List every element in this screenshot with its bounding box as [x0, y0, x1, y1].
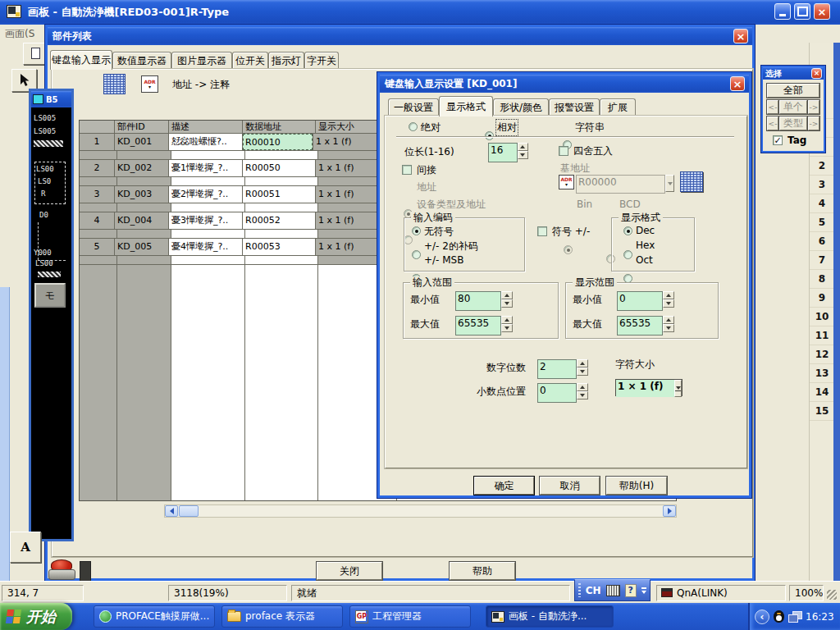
- screen-icon: [33, 94, 43, 104]
- key-cell[interactable]: 11: [810, 326, 834, 345]
- tab-word-switch[interactable]: 字开关: [304, 52, 339, 70]
- tab-picture-display[interactable]: 图片显示器: [171, 52, 232, 70]
- type-prev-button[interactable]: <-: [767, 116, 778, 130]
- language-bar: CH ?: [574, 579, 651, 601]
- tab-display-format[interactable]: 显示格式: [439, 96, 493, 116]
- tab-general-settings[interactable]: 一般设置: [388, 98, 439, 116]
- single-button[interactable]: 单个: [779, 100, 807, 114]
- key-cell[interactable]: 10: [810, 308, 834, 326]
- rounding-checkbox[interactable]: [559, 146, 568, 156]
- key-cell[interactable]: 4: [810, 194, 834, 213]
- key-cell[interactable]: 14: [810, 383, 834, 402]
- qq-messenger-icon[interactable]: [774, 610, 784, 623]
- tab-alarm-settings[interactable]: 报警设置: [549, 98, 600, 116]
- tag-checkbox[interactable]: ✓: [773, 135, 783, 145]
- select-palette-close-icon[interactable]: ×: [811, 68, 822, 79]
- taskbar-task-project-manager[interactable]: GP 工程管理器: [349, 605, 471, 628]
- base-address-combo[interactable]: R00000: [576, 175, 674, 190]
- input-min-spinner[interactable]: 80: [455, 291, 513, 308]
- canvas-text: LS0: [38, 177, 51, 186]
- display-max-spinner[interactable]: 65535: [617, 316, 674, 332]
- start-button[interactable]: 开始: [0, 603, 72, 630]
- indirect-checkbox[interactable]: [402, 165, 412, 175]
- key-cell[interactable]: 12: [810, 345, 834, 364]
- language-bar-options-icon[interactable]: [641, 587, 646, 594]
- tab-bit-switch[interactable]: 位开关: [232, 52, 268, 70]
- sign-checkbox[interactable]: [537, 226, 547, 236]
- language-indicator[interactable]: CH: [586, 585, 601, 596]
- tab-numeric-display[interactable]: 数值显示器: [112, 52, 171, 70]
- tray-chevron-icon[interactable]: ‹: [755, 609, 769, 624]
- scroll-right-icon[interactable]: [663, 505, 676, 517]
- unsigned-radio[interactable]: [412, 226, 421, 235]
- scroll-left-icon[interactable]: [165, 505, 178, 517]
- key-cell[interactable]: 7: [810, 251, 834, 270]
- twos-complement-radio[interactable]: [412, 250, 421, 259]
- language-bar-grip[interactable]: [578, 583, 581, 597]
- ok-button[interactable]: 确定: [474, 477, 534, 495]
- resize-grip[interactable]: [827, 590, 837, 600]
- col-header-description[interactable]: 描述: [169, 121, 243, 134]
- char-size-dropdown[interactable]: 1 × 1 (f): [615, 379, 682, 396]
- main-titlebar: 画板 - 自動洗浄機[RED03-001]R-Type ×: [0, 0, 840, 25]
- canvas-text: LS00: [36, 165, 54, 174]
- col-header-part-id[interactable]: 部件ID: [115, 121, 169, 134]
- taskbar-task-folder[interactable]: proface 表示器: [221, 605, 343, 628]
- tab-indicator-lamp[interactable]: 指示灯: [268, 52, 304, 70]
- scrollbar-thumb[interactable]: [179, 505, 199, 517]
- maximize-button[interactable]: [794, 3, 810, 20]
- horizontal-scrollbar[interactable]: [164, 504, 677, 518]
- select-all-button[interactable]: 全部: [767, 84, 819, 98]
- hex-radio[interactable]: [623, 250, 632, 259]
- taskbar-task-drawing-board[interactable]: 画板 - 自動洗浄...: [486, 605, 614, 628]
- minimize-button[interactable]: [774, 3, 791, 20]
- tab-extended[interactable]: 扩展: [600, 98, 636, 116]
- key-cell[interactable]: 6: [810, 232, 834, 251]
- display-min-spinner[interactable]: 0: [617, 291, 674, 308]
- task-icon: [99, 610, 112, 623]
- tab-shape-color[interactable]: 形状/颜色: [493, 98, 549, 116]
- key-cell[interactable]: 15: [810, 402, 834, 421]
- clock[interactable]: 16:23: [806, 611, 834, 623]
- mo-part-button[interactable]: モ: [34, 283, 66, 308]
- digits-spinner[interactable]: 2: [537, 359, 588, 376]
- drawing-canvas[interactable]: LS005 LS005 LS00 LS0 R D0 Y000 LS00 モ: [31, 107, 71, 539]
- bit-length-spinner[interactable]: 16: [488, 143, 528, 159]
- display-settings-icon[interactable]: [788, 611, 801, 622]
- address-keypad-button[interactable]: [680, 171, 703, 192]
- address-note-icon[interactable]: ADR▾: [141, 75, 158, 93]
- single-prev-button[interactable]: <-: [767, 100, 778, 114]
- close-button[interactable]: ×: [814, 3, 830, 20]
- single-next-button[interactable]: ->: [808, 100, 819, 114]
- keyboard-part-icon[interactable]: [103, 74, 126, 94]
- selected-cell: R00010: [243, 134, 313, 151]
- taskbar-task-proface-help[interactable]: PROFACE触摸屏做...: [94, 605, 215, 628]
- key-cell[interactable]: 5: [810, 213, 834, 232]
- tab-keyboard-input-display[interactable]: 键盘输入显示: [50, 50, 112, 70]
- key-cell[interactable]: 13: [810, 364, 834, 383]
- key-cell[interactable]: 2: [810, 157, 834, 176]
- bin-radio[interactable]: [564, 245, 573, 254]
- key-cell[interactable]: 8: [810, 270, 834, 289]
- absolute-radio[interactable]: [409, 122, 418, 131]
- cancel-button[interactable]: 取消: [540, 477, 600, 495]
- dialog-close-icon[interactable]: ×: [730, 76, 745, 91]
- menu-fragment[interactable]: 画面(S: [5, 27, 34, 41]
- type-button[interactable]: 类型: [779, 116, 807, 130]
- parts-list-close-icon[interactable]: ×: [733, 29, 748, 43]
- language-help-icon[interactable]: ?: [625, 584, 637, 597]
- key-cell[interactable]: 3: [810, 176, 834, 194]
- parts-list-titlebar: 部件列表 ×: [48, 27, 752, 45]
- key-cell[interactable]: 9: [810, 289, 834, 308]
- page-tool-button[interactable]: [23, 43, 48, 65]
- text-tool-button[interactable]: A: [10, 532, 41, 563]
- dialog-help-button[interactable]: 帮助(H): [606, 477, 667, 495]
- close-list-button[interactable]: 关闭: [317, 562, 382, 580]
- input-max-spinner[interactable]: 65535: [455, 316, 513, 332]
- keyboard-layout-icon[interactable]: [606, 585, 620, 596]
- col-header-data-address[interactable]: 数据地址: [243, 121, 316, 134]
- type-next-button[interactable]: ->: [808, 116, 819, 130]
- dec-radio[interactable]: [623, 226, 632, 235]
- help-list-button[interactable]: 帮助: [450, 562, 515, 580]
- decimal-spinner[interactable]: 0: [537, 383, 588, 399]
